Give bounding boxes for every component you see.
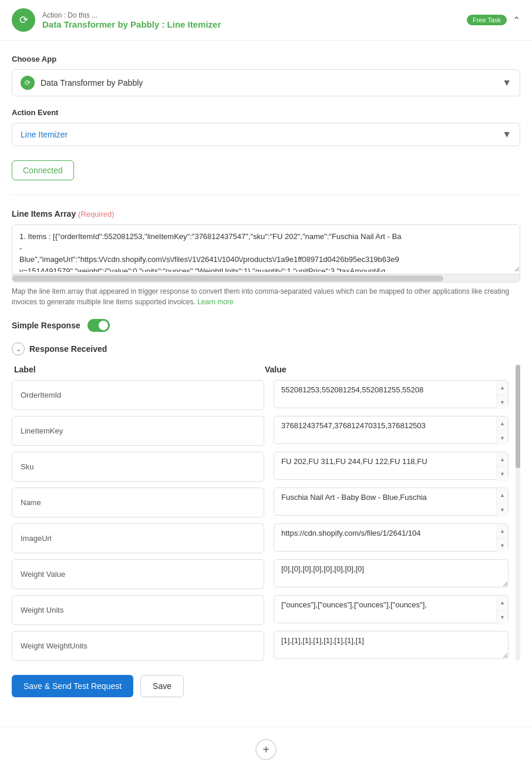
value-weight-weightunits[interactable] <box>274 631 509 659</box>
label-weight-units: Weight Units <box>12 595 264 625</box>
action-event-section: Action Event Line Itemizer ▼ <box>12 108 520 146</box>
connected-section: Connected <box>12 158 520 180</box>
label-sku: Sku <box>12 452 264 482</box>
value-weight-value[interactable] <box>274 559 509 587</box>
header-title: Data Transformer by Pabbly : Line Itemiz… <box>42 19 221 29</box>
scroll-up-btn[interactable]: ▲ <box>497 381 508 395</box>
action-event-value: Line Itemizer <box>21 130 496 139</box>
dropdown-arrow-icon: ▼ <box>502 78 511 88</box>
table-row: Weight Units ▲ ▼ <box>12 595 509 625</box>
value-weight-units-wrapper: ▲ ▼ <box>274 595 509 625</box>
free-task-badge: Free Task <box>467 15 507 25</box>
response-section: ⌄ Response Received Label Value OrderIte… <box>12 342 520 661</box>
value-weight-units[interactable] <box>274 595 509 623</box>
table-row: Sku ▲ ▼ <box>12 452 509 482</box>
scroll-up-btn[interactable]: ▲ <box>497 452 508 467</box>
header-left: ⟳ Action : Do this ... Data Transformer … <box>12 8 221 32</box>
choose-app-dropdown[interactable]: ⟳ Data Transformer by Pabbly ▼ <box>12 69 520 96</box>
header-text: Action : Do this ... Data Transformer by… <box>42 11 221 29</box>
table-row: LineItemKey ▲ ▼ <box>12 416 509 446</box>
collapse-icon[interactable]: ⌃ <box>513 15 520 26</box>
help-text: Map the line item array that appeared in… <box>12 286 520 307</box>
label-lineitemkey: LineItemKey <box>12 416 264 446</box>
value-weight-value-wrapper <box>274 559 509 589</box>
scroll-down-btn[interactable]: ▼ <box>497 503 508 517</box>
learn-more-link[interactable]: Learn more <box>197 298 233 306</box>
scrollbar-thumb <box>12 275 443 281</box>
line-items-label: Line Items Array (Required) <box>12 209 520 219</box>
scroll-btns: ▲ ▼ <box>496 596 508 624</box>
label-imageurl: ImageUrl <box>12 523 264 553</box>
action-label: Action : Do this ... <box>42 11 221 19</box>
value-orderitemid[interactable] <box>274 380 509 408</box>
simple-response-label: Simple Response <box>12 321 80 330</box>
response-table: Label Value OrderItemId ▲ ▼ <box>12 365 520 661</box>
header-right: Free Task ⌃ <box>467 15 520 26</box>
value-lineitemkey-wrapper: ▲ ▼ <box>274 416 509 446</box>
simple-response-toggle[interactable] <box>87 319 110 332</box>
value-name[interactable] <box>274 488 509 516</box>
add-step-button[interactable]: + <box>255 739 277 760</box>
scroll-btns: ▲ ▼ <box>496 488 508 517</box>
response-label: Response Received <box>29 344 107 354</box>
scroll-btns: ▲ ▼ <box>496 524 508 553</box>
scroll-up-btn[interactable]: ▲ <box>497 488 508 503</box>
table-scrollbar[interactable] <box>516 365 520 661</box>
toggle-knob <box>99 321 108 330</box>
label-weight-value: Weight Value <box>12 559 264 589</box>
scroll-down-btn[interactable]: ▼ <box>497 431 508 445</box>
value-sku-wrapper: ▲ ▼ <box>274 452 509 482</box>
save-send-button[interactable]: Save & Send Test Request <box>12 675 133 697</box>
save-button[interactable]: Save <box>140 675 184 697</box>
table-row: Weight Value <box>12 559 509 589</box>
value-weight-weightunits-wrapper <box>274 631 509 661</box>
line-items-section: Line Items Array (Required) Map the line… <box>12 209 520 307</box>
horizontal-scrollbar[interactable] <box>12 274 520 282</box>
app-icon: ⟳ <box>12 8 35 32</box>
label-name: Name <box>12 488 264 517</box>
action-event-dropdown[interactable]: Line Itemizer ▼ <box>12 123 520 146</box>
scroll-down-btn[interactable]: ▼ <box>497 395 508 409</box>
table-row: ImageUrl ▲ ▼ <box>12 523 509 553</box>
scroll-up-btn[interactable]: ▲ <box>497 524 508 539</box>
table-scrollbar-thumb <box>516 365 520 468</box>
value-sku[interactable] <box>274 452 509 480</box>
scroll-down-btn[interactable]: ▼ <box>497 467 508 481</box>
app-dropdown-icon: ⟳ <box>21 76 35 90</box>
main-content: Choose App ⟳ Data Transformer by Pabbly … <box>0 41 532 721</box>
scroll-down-btn[interactable]: ▼ <box>497 610 508 624</box>
header: ⟳ Action : Do this ... Data Transformer … <box>0 0 532 41</box>
value-lineitemkey[interactable] <box>274 416 509 444</box>
value-imageurl[interactable] <box>274 523 509 552</box>
label-orderitemid: OrderItemId <box>12 380 264 410</box>
scroll-btns: ▲ ▼ <box>496 416 508 445</box>
scroll-up-btn[interactable]: ▲ <box>497 596 508 610</box>
table-header: Label Value <box>12 365 509 374</box>
value-imageurl-wrapper: ▲ ▼ <box>274 523 509 553</box>
col-label-header: Label <box>14 365 255 374</box>
line-items-input-wrapper <box>12 224 520 283</box>
bottom-plus-section: + <box>0 727 532 772</box>
connected-button[interactable]: Connected <box>12 160 74 180</box>
scroll-btns: ▲ ▼ <box>496 452 508 481</box>
choose-app-value: Data Transformer by Pabbly <box>41 78 496 88</box>
table-row: Weight WeightUnits <box>12 631 509 661</box>
scroll-btns: ▲ ▼ <box>496 381 508 409</box>
table-row: OrderItemId ▲ ▼ <box>12 380 509 410</box>
label-weight-weightunits: Weight WeightUnits <box>12 631 264 661</box>
scroll-down-btn[interactable]: ▼ <box>497 539 508 553</box>
action-event-label: Action Event <box>12 108 520 117</box>
response-header[interactable]: ⌄ Response Received <box>12 342 520 355</box>
bottom-actions: Save & Send Test Request Save <box>12 675 520 697</box>
choose-app-label: Choose App <box>12 55 520 63</box>
value-name-wrapper: ▲ ▼ <box>274 488 509 517</box>
divider-1 <box>12 194 520 195</box>
simple-response-row: Simple Response <box>12 319 520 332</box>
choose-app-section: Choose App ⟳ Data Transformer by Pabbly … <box>12 55 520 96</box>
scroll-up-btn[interactable]: ▲ <box>497 416 508 431</box>
table-row: Name ▲ ▼ <box>12 488 509 517</box>
line-items-textarea[interactable] <box>12 225 520 272</box>
value-orderitemid-wrapper: ▲ ▼ <box>274 380 509 410</box>
response-chevron-icon: ⌄ <box>12 342 25 355</box>
action-event-arrow-icon: ▼ <box>502 129 511 140</box>
